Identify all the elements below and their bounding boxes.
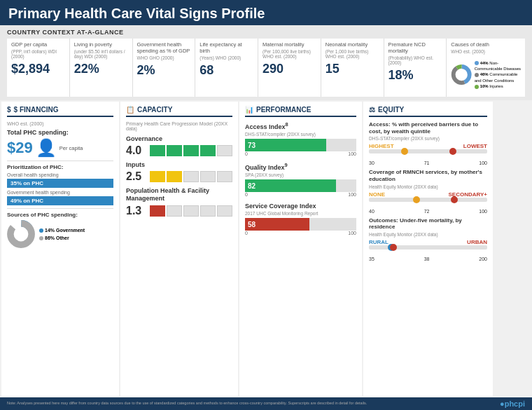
access-bar-container: 73 0 100 <box>245 139 356 156</box>
equity-icon: ⚖ <box>369 106 375 114</box>
equity-coverage-scale-row: NONE SECONDARY+ <box>369 191 487 198</box>
equity-access-scale-row: HIGHEST LOWEST <box>369 143 487 149</box>
sources-label: Sources of PHC spending: <box>7 212 113 218</box>
financing-title: $ $ FINANCING <box>7 106 113 117</box>
footnotes: Note: Analyses presented here may differ… <box>0 397 532 410</box>
inputs-score-row: 2.5 <box>126 170 232 183</box>
prioritization-label: Prioritization of PHC: <box>7 164 113 170</box>
phc-amount-row: $29 👤 Per capita <box>7 138 113 158</box>
svg-point-3 <box>458 71 466 79</box>
scale-min-2: 0 <box>245 192 248 197</box>
block-1 <box>150 145 165 156</box>
overall-label: Overall health spending <box>7 172 113 177</box>
maternal-label: Maternal mortality <box>262 41 316 48</box>
coverage-bar-track: 58 <box>245 218 356 231</box>
equity-coverage-scale-max: 100 <box>479 209 487 214</box>
main-container: Primary Health Care Vital Signs Profile … <box>0 0 532 410</box>
capacity-title-label: CAPACITY <box>137 106 172 114</box>
neonatal-sublabel: (Per 1,000 live births) WHO est. (2000) <box>326 49 379 59</box>
equity-access-lowest-val: 71 <box>424 160 430 165</box>
life-exp-item: Life expectancy at birth (Years) WHO (20… <box>195 39 258 97</box>
equity-outcomes-track <box>369 245 487 250</box>
other-percent: 86% Other <box>45 235 69 240</box>
service-coverage-source: 2017 UHC Global Monitoring Report <box>245 211 356 216</box>
poverty-sublabel: (under $5.50 int'l dollars / day) WDI (2… <box>74 49 128 59</box>
block-4 <box>200 145 216 156</box>
equity-coverage-source: Health Equity Monitor (20XX data) <box>369 184 487 189</box>
ncd-legend: 44% Non-Communicable Diseases <box>475 60 521 72</box>
equity-outcomes-scale-max: 200 <box>479 257 487 261</box>
governance-blocks <box>150 145 232 156</box>
scale-max-1: 100 <box>348 151 356 156</box>
equity-access-track-container <box>369 149 487 159</box>
gov-health-label: Government health spending as % of GDP <box>137 41 191 54</box>
donut-legend: 44% Non-Communicable Diseases 46% Commun… <box>475 60 521 90</box>
maternal-sublabel: (Per 100,000 live births) WHO est. (2000… <box>262 49 316 59</box>
pie-row: 14% Government 86% Other <box>7 220 113 248</box>
quality-bar-fill: 82 <box>245 179 336 192</box>
inputs-blocks <box>150 171 232 182</box>
access-label-text: Access Index <box>245 123 286 130</box>
phc-amount: $29 <box>7 139 33 157</box>
access-superscript: 8 <box>286 121 288 128</box>
coverage-bar-container: 58 0 100 <box>245 218 356 235</box>
capacity-section: 📋 CAPACITY Primary Health Care Progressi… <box>120 102 238 396</box>
equity-outcomes-scale-row: RURAL URBAN <box>369 239 487 245</box>
equity-coverage-track-container <box>369 198 487 207</box>
coverage-bar-fill: 58 <box>245 218 309 231</box>
content-area: $ $ FINANCING WHO est. (2000) Total PHC … <box>0 100 532 397</box>
equity-access-highest-dot <box>401 148 408 155</box>
other-percent-label: 86% Other <box>39 234 85 242</box>
equity-outcomes-track-container <box>369 245 487 255</box>
dollar-icon: $ <box>7 106 11 114</box>
equity-lowest-label: LOWEST <box>463 143 487 149</box>
access-source: DHS-STAT/compiler (20XX survey) <box>245 132 356 137</box>
access-index-label: Access Index8 <box>245 121 356 130</box>
financing-title-label: $ FINANCING <box>14 106 59 114</box>
input-block-5 <box>217 171 232 182</box>
sources-pie-chart <box>7 220 35 248</box>
scale-max-3: 100 <box>348 231 356 235</box>
ncd-value: 18% <box>388 68 442 83</box>
equity-access-track <box>369 149 487 153</box>
pophealth-label: Population Health & Facility Management <box>126 187 232 203</box>
input-block-2 <box>167 171 182 182</box>
coverage-bar-value: 58 <box>248 221 255 228</box>
pophealth-score-row: 1.3 <box>126 205 232 217</box>
input-block-4 <box>200 171 216 182</box>
equity-section: ⚖ EQUITY Access: % with perceived barrie… <box>363 102 493 396</box>
access-bar-scale: 0 100 <box>245 151 356 156</box>
equity-outcomes-rural-val: 35 <box>369 257 374 261</box>
pop-block-3 <box>183 205 199 217</box>
inputs-score: 2.5 <box>126 170 146 183</box>
equity-coverage-nums: 40 72 100 <box>369 209 487 214</box>
life-exp-sublabel: (Years) WHO (2000) <box>200 55 253 60</box>
life-exp-value: 68 <box>200 63 253 78</box>
maternal-item: Maternal mortality (Per 100,000 live bir… <box>258 39 321 97</box>
equity-coverage-secondary-dot <box>451 196 458 203</box>
gdp-sublabel: (PPP, int'l dollars) WDI (2000) <box>11 49 65 59</box>
quality-label-text: Quality Index <box>245 164 285 171</box>
equity-coverage-label: Coverage of RMNCH services, by mother's … <box>369 169 487 182</box>
block-2 <box>167 145 182 156</box>
equity-none-label: NONE <box>369 191 385 198</box>
input-block-3 <box>183 171 199 182</box>
equity-access-source: DHS-STAT/compiler (20XX survey) <box>369 136 487 141</box>
equity-access-highest-val: 30 <box>369 160 374 165</box>
gov-percent: 14% Government <box>45 228 85 233</box>
performance-icon: 📊 <box>245 106 253 114</box>
ncd-sublabel: (Probability) WHO est. (2000) <box>388 55 442 65</box>
equity-coverage-none-dot <box>413 196 420 203</box>
svg-point-6 <box>15 229 26 240</box>
block-5 <box>217 145 232 156</box>
pie-legend: 14% Government 86% Other <box>39 226 85 242</box>
donut-container: 44% Non-Communicable Diseases 46% Commun… <box>451 55 521 94</box>
gdp-item: GDP per capita (PPP, int'l dollars) WDI … <box>7 39 70 97</box>
maternal-value: 290 <box>262 62 316 76</box>
quality-bar-scale: 0 100 <box>245 192 356 197</box>
ncd-label: Premature NCD mortality <box>388 41 442 54</box>
equity-outcomes-label: Outcomes: Under-five mortality, by resid… <box>369 217 487 231</box>
equity-title-label: EQUITY <box>378 106 404 114</box>
phcpi-logo: ●phcpi <box>500 399 525 408</box>
scale-min-3: 0 <box>245 231 248 235</box>
